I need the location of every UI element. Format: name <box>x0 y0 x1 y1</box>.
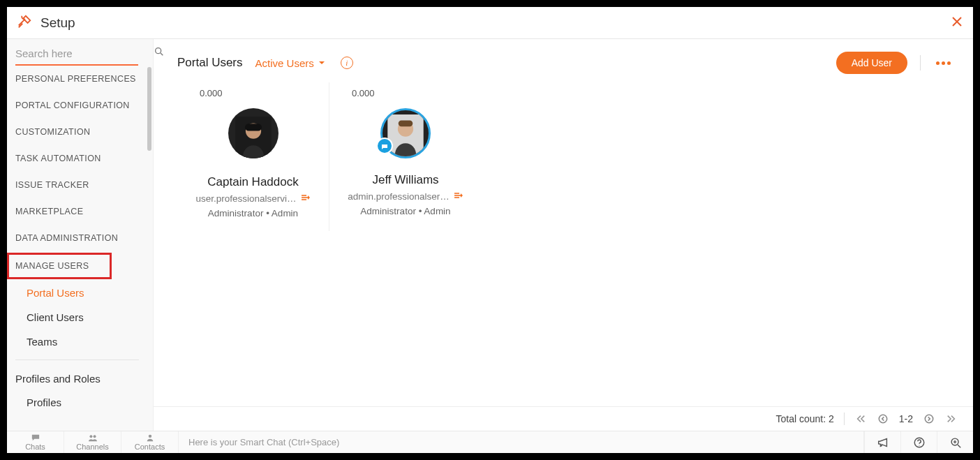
user-avatar[interactable] <box>228 108 279 158</box>
pager-range: 1-2 <box>899 413 913 424</box>
user-zero-value: 0.000 <box>181 88 325 98</box>
nav-group-task-automation[interactable]: TASK AUTOMATION <box>7 145 147 172</box>
nav-sub-profiles[interactable]: Profiles <box>7 390 147 415</box>
channels-icon <box>88 433 98 442</box>
caret-down-icon <box>318 59 325 66</box>
zoom-icon[interactable] <box>937 431 973 453</box>
user-role: Administrator • Admin <box>181 208 325 218</box>
svg-point-8 <box>925 415 933 422</box>
nav-group-issue-tracker[interactable]: ISSUE TRACKER <box>7 172 147 198</box>
bottom-tab-channels[interactable]: Channels <box>64 431 121 453</box>
support-badge-icon <box>376 138 393 154</box>
more-actions-icon[interactable] <box>933 59 953 68</box>
nav-sub-teams[interactable]: Teams <box>7 329 147 354</box>
smart-chat-hint: Here is your Smart Chat (Ctrl+Space) <box>188 437 339 447</box>
user-email: user.professionalservi… <box>181 193 325 204</box>
pager-last-icon[interactable] <box>945 413 958 425</box>
page-title: Portal Users <box>177 56 243 70</box>
pagination-bar: Total count: 2 1-2 <box>154 406 973 431</box>
bottom-bar: Chats Channels Contacts Here is your Sma… <box>7 431 973 453</box>
content-area: Portal Users Active Users i Add User 0.0… <box>154 39 973 431</box>
nav-group-customization[interactable]: CUSTOMIZATION <box>7 119 147 145</box>
pager-divider <box>844 413 845 425</box>
svg-point-13 <box>919 445 919 445</box>
bottom-tab-label: Chats <box>25 443 45 451</box>
svg-point-9 <box>89 435 92 438</box>
nav-sub-client-users[interactable]: Client Users <box>7 305 147 329</box>
user-card[interactable]: 0.000Jeff Williamsadmin.professionalser…… <box>329 82 482 231</box>
filter-label: Active Users <box>255 57 314 69</box>
nav-sub-portal-users[interactable]: Portal Users <box>7 281 147 305</box>
sidebar-divider <box>15 359 139 360</box>
bottom-tab-label: Channels <box>76 443 108 451</box>
user-email: admin.professionalser… <box>334 191 477 202</box>
info-icon[interactable]: i <box>341 57 353 69</box>
total-count-label: Total count: 2 <box>775 413 833 424</box>
bottom-tab-label: Contacts <box>135 443 165 451</box>
nav-heading-profiles-roles[interactable]: Profiles and Roles <box>7 366 147 390</box>
tools-icon <box>17 14 32 32</box>
nav-group-manage-users[interactable]: MANAGE USERS <box>7 253 112 279</box>
user-name: Captain Haddock <box>181 175 325 189</box>
svg-point-7 <box>879 415 886 422</box>
svg-point-11 <box>148 435 151 438</box>
svg-point-10 <box>93 435 96 438</box>
setup-header: Setup <box>7 7 973 39</box>
nav-group-marketplace[interactable]: MARKETPLACE <box>7 198 147 225</box>
bottom-tab-contacts[interactable]: Contacts <box>121 431 179 453</box>
close-icon[interactable] <box>951 15 963 31</box>
user-zero-value: 0.000 <box>334 88 477 98</box>
email-forward-icon <box>454 191 463 202</box>
user-role: Administrator • Admin <box>334 206 477 216</box>
add-user-button[interactable]: Add User <box>836 52 907 74</box>
nav-group-personal-preferences[interactable]: PERSONAL PREFERENCES <box>7 66 147 92</box>
svg-rect-6 <box>399 121 413 127</box>
pager-first-icon[interactable] <box>854 413 867 425</box>
user-name: Jeff Williams <box>334 173 477 187</box>
nav-group-data-administration[interactable]: DATA ADMINISTRATION <box>7 225 147 251</box>
nav-group-portal-configuration[interactable]: PORTAL CONFIGURATION <box>7 92 147 119</box>
announcement-icon[interactable] <box>864 431 900 453</box>
sidebar-search-input[interactable] <box>15 47 148 59</box>
smart-chat-input[interactable]: Here is your Smart Chat (Ctrl+Space) <box>179 431 864 453</box>
setup-sidebar: PERSONAL PREFERENCES PORTAL CONFIGURATIO… <box>7 39 154 431</box>
help-icon[interactable] <box>900 431 937 453</box>
chat-icon <box>31 433 40 442</box>
pager-next-icon[interactable] <box>923 413 935 425</box>
header-divider <box>920 55 921 71</box>
filter-active-users[interactable]: Active Users <box>255 57 325 69</box>
setup-title: Setup <box>40 15 75 31</box>
svg-rect-3 <box>245 124 262 131</box>
pager-prev-icon[interactable] <box>877 413 889 425</box>
sidebar-scrollbar[interactable] <box>147 67 151 151</box>
user-card[interactable]: 0.000Captain Haddockuser.professionalser… <box>177 82 329 231</box>
contacts-icon <box>145 433 155 442</box>
bottom-tab-chats[interactable]: Chats <box>7 431 64 453</box>
email-forward-icon <box>301 193 311 204</box>
